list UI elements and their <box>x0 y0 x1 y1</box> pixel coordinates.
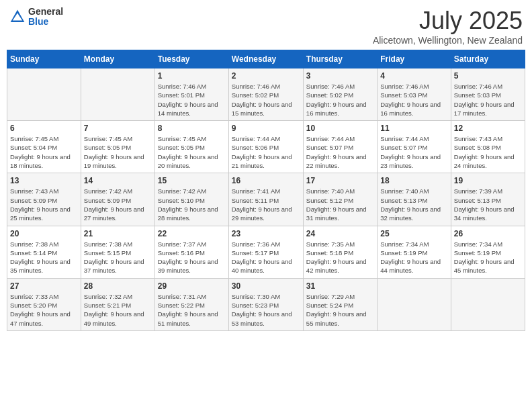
day-cell: 21Sunrise: 7:38 AMSunset: 5:15 PMDayligh… <box>81 226 154 278</box>
day-info: Sunrise: 7:36 AMSunset: 5:17 PMDaylight:… <box>232 240 300 275</box>
day-info: Sunrise: 7:46 AMSunset: 5:02 PMDaylight:… <box>306 82 374 118</box>
day-cell: 26Sunrise: 7:34 AMSunset: 5:19 PMDayligh… <box>451 226 525 278</box>
day-cell: 24Sunrise: 7:35 AMSunset: 5:18 PMDayligh… <box>303 226 377 278</box>
day-number: 21 <box>84 229 152 238</box>
day-info: Sunrise: 7:45 AMSunset: 5:05 PMDaylight:… <box>84 134 152 170</box>
day-header-thursday: Thursday <box>303 50 377 68</box>
day-cell <box>7 68 81 121</box>
day-number: 20 <box>10 229 78 238</box>
day-info: Sunrise: 7:37 AMSunset: 5:16 PMDaylight:… <box>158 240 226 275</box>
day-cell: 27Sunrise: 7:33 AMSunset: 5:20 PMDayligh… <box>7 278 81 330</box>
day-info: Sunrise: 7:43 AMSunset: 5:09 PMDaylight:… <box>10 187 78 222</box>
day-cell <box>81 68 154 121</box>
day-cell: 12Sunrise: 7:43 AMSunset: 5:08 PMDayligh… <box>451 121 525 173</box>
week-row-4: 20Sunrise: 7:38 AMSunset: 5:14 PMDayligh… <box>7 226 525 278</box>
day-cell: 3Sunrise: 7:46 AMSunset: 5:02 PMDaylight… <box>303 68 377 121</box>
day-info: Sunrise: 7:34 AMSunset: 5:19 PMDaylight:… <box>380 240 447 275</box>
day-cell: 5Sunrise: 7:46 AMSunset: 5:03 PMDaylight… <box>451 68 525 121</box>
week-row-1: 1Sunrise: 7:46 AMSunset: 5:01 PMDaylight… <box>7 68 525 121</box>
day-number: 28 <box>84 281 152 291</box>
day-number: 6 <box>10 124 78 133</box>
week-row-2: 6Sunrise: 7:45 AMSunset: 5:04 PMDaylight… <box>7 121 525 173</box>
day-info: Sunrise: 7:44 AMSunset: 5:07 PMDaylight:… <box>380 134 447 170</box>
day-cell: 9Sunrise: 7:44 AMSunset: 5:06 PMDaylight… <box>228 121 303 173</box>
day-info: Sunrise: 7:46 AMSunset: 5:03 PMDaylight:… <box>454 82 522 118</box>
day-cell: 30Sunrise: 7:30 AMSunset: 5:23 PMDayligh… <box>228 278 303 330</box>
day-info: Sunrise: 7:29 AMSunset: 5:24 PMDaylight:… <box>306 292 374 328</box>
day-info: Sunrise: 7:43 AMSunset: 5:08 PMDaylight:… <box>454 134 522 170</box>
logo-blue-text: Blue <box>28 17 63 27</box>
day-number: 10 <box>306 124 374 133</box>
day-number: 26 <box>454 229 522 238</box>
day-info: Sunrise: 7:41 AMSunset: 5:11 PMDaylight:… <box>232 187 300 222</box>
day-number: 31 <box>306 281 374 291</box>
location-subtitle: Alicetown, Wellington, New Zealand <box>373 35 523 46</box>
day-number: 2 <box>232 71 300 81</box>
page-header: General Blue July 2025 Alicetown, Wellin… <box>7 7 525 46</box>
day-cell: 23Sunrise: 7:36 AMSunset: 5:17 PMDayligh… <box>228 226 303 278</box>
day-cell: 4Sunrise: 7:46 AMSunset: 5:03 PMDaylight… <box>378 68 451 121</box>
day-number: 19 <box>454 176 522 185</box>
day-number: 8 <box>158 124 226 133</box>
day-cell: 28Sunrise: 7:32 AMSunset: 5:21 PMDayligh… <box>81 278 154 330</box>
day-info: Sunrise: 7:40 AMSunset: 5:12 PMDaylight:… <box>306 187 374 222</box>
day-info: Sunrise: 7:31 AMSunset: 5:22 PMDaylight:… <box>158 292 226 328</box>
day-number: 16 <box>232 176 300 185</box>
day-info: Sunrise: 7:45 AMSunset: 5:05 PMDaylight:… <box>158 134 226 170</box>
day-info: Sunrise: 7:42 AMSunset: 5:10 PMDaylight:… <box>158 187 226 222</box>
day-info: Sunrise: 7:46 AMSunset: 5:01 PMDaylight:… <box>158 82 226 118</box>
day-cell: 6Sunrise: 7:45 AMSunset: 5:04 PMDaylight… <box>7 121 81 173</box>
day-info: Sunrise: 7:45 AMSunset: 5:04 PMDaylight:… <box>10 134 78 170</box>
day-number: 5 <box>454 71 522 81</box>
day-info: Sunrise: 7:35 AMSunset: 5:18 PMDaylight:… <box>306 240 374 275</box>
day-number: 30 <box>232 281 300 291</box>
day-cell: 18Sunrise: 7:40 AMSunset: 5:13 PMDayligh… <box>378 173 451 226</box>
day-cell <box>378 278 451 330</box>
calendar-table: SundayMondayTuesdayWednesdayThursdayFrid… <box>7 50 525 331</box>
day-info: Sunrise: 7:30 AMSunset: 5:23 PMDaylight:… <box>232 292 300 328</box>
day-number: 12 <box>454 124 522 133</box>
day-cell: 22Sunrise: 7:37 AMSunset: 5:16 PMDayligh… <box>154 226 228 278</box>
day-number: 25 <box>380 229 447 238</box>
day-cell: 11Sunrise: 7:44 AMSunset: 5:07 PMDayligh… <box>378 121 451 173</box>
day-cell: 19Sunrise: 7:39 AMSunset: 5:13 PMDayligh… <box>451 173 525 226</box>
day-cell: 8Sunrise: 7:45 AMSunset: 5:05 PMDaylight… <box>154 121 228 173</box>
day-cell: 25Sunrise: 7:34 AMSunset: 5:19 PMDayligh… <box>378 226 451 278</box>
day-number: 14 <box>84 176 152 185</box>
day-number: 7 <box>84 124 152 133</box>
day-header-wednesday: Wednesday <box>228 50 303 68</box>
day-header-friday: Friday <box>378 50 451 68</box>
day-info: Sunrise: 7:44 AMSunset: 5:06 PMDaylight:… <box>232 134 300 170</box>
day-cell: 2Sunrise: 7:46 AMSunset: 5:02 PMDaylight… <box>228 68 303 121</box>
day-cell: 29Sunrise: 7:31 AMSunset: 5:22 PMDayligh… <box>154 278 228 330</box>
header-row: SundayMondayTuesdayWednesdayThursdayFrid… <box>7 50 525 68</box>
day-info: Sunrise: 7:32 AMSunset: 5:21 PMDaylight:… <box>84 292 152 328</box>
day-header-tuesday: Tuesday <box>154 50 228 68</box>
day-info: Sunrise: 7:42 AMSunset: 5:09 PMDaylight:… <box>84 187 152 222</box>
day-info: Sunrise: 7:46 AMSunset: 5:03 PMDaylight:… <box>380 82 447 118</box>
day-info: Sunrise: 7:40 AMSunset: 5:13 PMDaylight:… <box>380 187 447 222</box>
day-number: 9 <box>232 124 300 133</box>
day-cell: 20Sunrise: 7:38 AMSunset: 5:14 PMDayligh… <box>7 226 81 278</box>
day-number: 18 <box>380 176 447 185</box>
day-number: 1 <box>158 71 226 81</box>
day-number: 23 <box>232 229 300 238</box>
day-number: 27 <box>10 281 78 291</box>
day-cell: 10Sunrise: 7:44 AMSunset: 5:07 PMDayligh… <box>303 121 377 173</box>
day-info: Sunrise: 7:33 AMSunset: 5:20 PMDaylight:… <box>10 292 78 328</box>
day-number: 4 <box>380 71 447 81</box>
day-info: Sunrise: 7:46 AMSunset: 5:02 PMDaylight:… <box>232 82 300 118</box>
day-cell: 16Sunrise: 7:41 AMSunset: 5:11 PMDayligh… <box>228 173 303 226</box>
week-row-5: 27Sunrise: 7:33 AMSunset: 5:20 PMDayligh… <box>7 278 525 330</box>
logo-general-text: General <box>28 7 63 17</box>
day-cell: 31Sunrise: 7:29 AMSunset: 5:24 PMDayligh… <box>303 278 377 330</box>
day-cell: 7Sunrise: 7:45 AMSunset: 5:05 PMDaylight… <box>81 121 154 173</box>
title-block: July 2025 Alicetown, Wellington, New Zea… <box>373 7 523 46</box>
day-info: Sunrise: 7:34 AMSunset: 5:19 PMDaylight:… <box>454 240 522 275</box>
month-title: July 2025 <box>373 7 523 35</box>
day-info: Sunrise: 7:38 AMSunset: 5:14 PMDaylight:… <box>10 240 78 275</box>
day-cell: 13Sunrise: 7:43 AMSunset: 5:09 PMDayligh… <box>7 173 81 226</box>
logo-text: General Blue <box>28 7 63 28</box>
day-number: 24 <box>306 229 374 238</box>
day-number: 3 <box>306 71 374 81</box>
